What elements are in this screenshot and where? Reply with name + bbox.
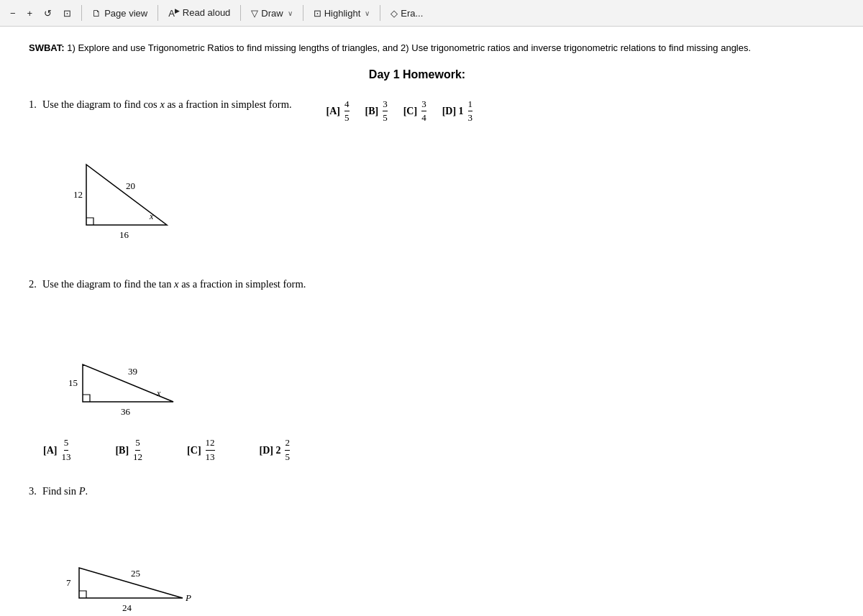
- read-aloud-icon: A▶: [168, 7, 180, 19]
- svg-text:36: 36: [121, 406, 131, 417]
- svg-text:16: 16: [119, 229, 129, 240]
- draw-label: Draw: [261, 8, 283, 19]
- q1-option-b: [B] 35: [365, 98, 389, 125]
- zoom-out-button[interactable]: −: [6, 6, 20, 20]
- svg-text:24: 24: [122, 602, 132, 613]
- svg-text:x: x: [149, 211, 154, 221]
- main-content: SWBAT: 1) Explore and use Trigonometric …: [0, 27, 834, 616]
- read-aloud-label: Read aloud: [183, 7, 231, 18]
- highlight-label: Highlight: [324, 8, 361, 19]
- highlight-icon: ⊡: [314, 8, 321, 19]
- q1-options: [A] 45 [B] 35 [C] 34 [D] 1 13: [327, 98, 474, 125]
- page-view-icon: 🗋: [92, 8, 101, 19]
- q2-option-b: [B] 512: [115, 437, 144, 464]
- q3-triangle-svg: 7 24 25 P: [50, 505, 266, 616]
- q2-body: Use the diagram to find the tan x as a f…: [42, 278, 306, 290]
- q2-option-c: [C] 1213: [187, 437, 216, 464]
- question-3-text: 3. Find sin P.: [29, 485, 805, 497]
- q1-triangle-svg: 12 16 20 x: [50, 132, 194, 254]
- q2-options: [A] 513 [B] 512 [C] 1213 [D] 2 25: [29, 437, 805, 464]
- q1-option-a: [A] 45: [327, 98, 351, 125]
- separator-3: [240, 5, 241, 21]
- question-2-text: 2. Use the diagram to find the tan x as …: [29, 278, 805, 290]
- separator-5: [380, 5, 380, 21]
- fit-icon: ⊡: [63, 8, 71, 19]
- fit-button[interactable]: ⊡: [59, 6, 76, 20]
- erase-label: Era...: [401, 8, 423, 19]
- svg-text:P: P: [185, 592, 191, 603]
- read-aloud-button[interactable]: A▶ Read aloud: [164, 6, 234, 20]
- erase-icon: ◇: [391, 8, 398, 19]
- draw-icon: ▽: [251, 8, 258, 19]
- separator-4: [303, 5, 303, 21]
- page-view-button[interactable]: 🗋 Page view: [88, 6, 152, 20]
- question-1: 1. Use the diagram to find cos x as a fr…: [29, 98, 805, 257]
- svg-text:15: 15: [68, 377, 78, 388]
- svg-marker-0: [86, 165, 167, 225]
- q2-option-d: [D] 2 25: [260, 437, 291, 464]
- page-title: Day 1 Homework:: [29, 68, 805, 81]
- undo-button[interactable]: ↺: [40, 6, 56, 20]
- q1-option-c: [C] 34: [403, 98, 428, 125]
- undo-icon: ↺: [44, 8, 52, 19]
- svg-text:20: 20: [126, 180, 135, 191]
- svg-text:x: x: [156, 388, 161, 398]
- draw-button[interactable]: ▽ Draw ∨: [247, 6, 296, 20]
- q2-triangle: 15 36 39 x: [50, 298, 805, 430]
- separator-1: [81, 5, 82, 21]
- question-2: 2. Use the diagram to find the tan x as …: [29, 278, 805, 464]
- q3-triangle: 7 24 25 P: [50, 505, 805, 616]
- toolbar: − + ↺ ⊡ 🗋 Page view A▶ Read aloud ▽ Draw…: [0, 0, 863, 27]
- zoom-in-button[interactable]: +: [23, 6, 37, 20]
- question-3: 3. Find sin P. 7 24 25 P: [29, 485, 805, 616]
- swbat-text: SWBAT: 1) Explore and use Trigonometric …: [29, 41, 805, 55]
- q2-triangle-svg: 15 36 39 x: [50, 298, 237, 427]
- q2-option-a: [A] 513: [43, 437, 72, 464]
- svg-text:7: 7: [66, 577, 71, 588]
- svg-text:12: 12: [73, 189, 83, 200]
- draw-chevron-icon: ∨: [288, 9, 293, 17]
- q3-body: Find sin P.: [42, 485, 88, 497]
- q1-triangle: 12 16 20 x: [50, 132, 805, 257]
- q3-number: 3.: [29, 485, 37, 497]
- highlight-chevron-icon: ∨: [365, 9, 370, 17]
- page-view-label: Page view: [104, 8, 147, 19]
- question-1-text: 1. Use the diagram to find cos x as a fr…: [29, 98, 805, 125]
- erase-button[interactable]: ◇ Era...: [386, 6, 427, 20]
- svg-text:25: 25: [131, 568, 140, 579]
- svg-text:39: 39: [128, 366, 137, 377]
- q1-option-d: [D] 1 13: [442, 98, 474, 125]
- q1-number: 1.: [29, 98, 37, 111]
- highlight-button[interactable]: ⊡ Highlight ∨: [309, 6, 375, 20]
- q2-number: 2.: [29, 278, 37, 290]
- separator-2: [157, 5, 158, 21]
- q1-body: Use the diagram to find cos x as a fract…: [42, 98, 292, 111]
